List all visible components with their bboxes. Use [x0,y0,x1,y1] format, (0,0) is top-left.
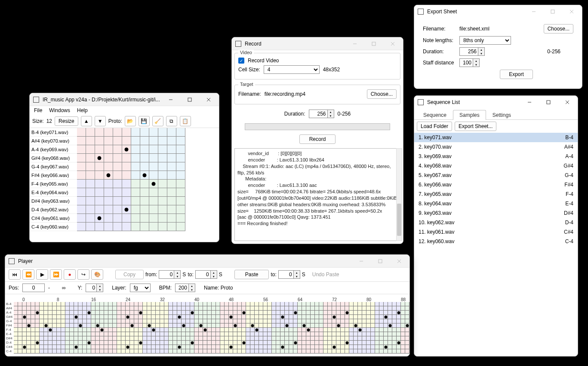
player-grid-cell[interactable] [199,319,203,323]
player-grid-cell[interactable] [177,319,182,323]
player-grid-cell[interactable] [22,336,27,341]
player-grid-cell[interactable] [139,345,143,349]
player-grid-cell[interactable] [233,349,237,354]
player-grid-cell[interactable] [268,302,272,306]
player-grid-cell[interactable] [130,319,134,323]
player-grid-cell[interactable] [177,328,182,332]
player-grid-cell[interactable] [65,315,70,319]
grid-cell[interactable] [113,205,122,214]
player-grid-cell[interactable] [14,315,18,319]
player-grid-cell[interactable] [113,315,117,319]
player-grid-cell[interactable] [388,341,392,345]
player-grid-cell[interactable] [83,319,87,323]
player-grid-cell[interactable] [78,323,83,328]
player-grid-cell[interactable] [315,332,319,336]
player-grid-cell[interactable] [319,323,323,328]
player-grid-cell[interactable] [134,302,139,306]
player-grid-cell[interactable] [95,336,100,341]
player-grid-cell[interactable] [31,306,35,311]
player-grid-cell[interactable] [104,332,108,336]
grid-cell[interactable] [176,137,185,145]
player-grid-cell[interactable] [18,328,22,332]
grid-cell[interactable] [149,197,158,205]
player-grid-cell[interactable] [315,315,319,319]
player-grid-cell[interactable] [319,315,323,319]
tab-samples[interactable]: Samples [453,110,486,120]
grid-cell[interactable] [140,145,149,154]
player-grid-cell[interactable] [229,311,233,315]
player-grid-cell[interactable] [65,349,70,354]
player-grid-cell[interactable] [255,319,259,323]
grid-cell[interactable] [167,188,176,197]
grid-cell[interactable] [95,171,104,180]
arrow-down-button[interactable]: ▼ [95,116,106,126]
player-grid-cell[interactable] [22,328,27,332]
player-grid-cell[interactable] [40,319,44,323]
player-grid-cell[interactable] [220,336,225,341]
player-grid-cell[interactable] [14,328,18,332]
player-grid-cell[interactable] [121,328,126,332]
player-grid-cell[interactable] [375,336,379,341]
player-grid-cell[interactable] [345,315,349,319]
player-grid-cell[interactable] [173,341,177,345]
player-grid-cell[interactable] [18,336,22,341]
player-grid-cell[interactable] [345,306,349,311]
player-grid-cell[interactable] [311,328,315,332]
player-grid-cell[interactable] [336,315,341,319]
player-grid-cell[interactable] [194,323,199,328]
grid-cell[interactable] [77,214,86,223]
player-grid-cell[interactable] [272,319,276,323]
player-grid-cell[interactable] [225,323,229,328]
player-grid-cell[interactable] [315,341,319,345]
grid-cell[interactable] [86,180,95,188]
player-grid-cell[interactable] [392,323,397,328]
sample-list-item[interactable]: 11. key061.wavC#4 [414,227,578,237]
player-grid-cell[interactable] [328,341,332,345]
player-grid-cell[interactable] [268,306,272,311]
player-grid-cell[interactable] [130,302,134,306]
player-grid-cell[interactable] [108,302,113,306]
maximize-button[interactable] [539,96,558,108]
close-button[interactable] [199,94,218,106]
player-grid-cell[interactable] [190,302,194,306]
player-grid-cell[interactable] [18,341,22,345]
player-grid-cell[interactable] [375,306,379,311]
player-grid-cell[interactable] [405,341,409,345]
player-grid-cell[interactable] [91,315,95,319]
player-grid-cell[interactable] [336,328,341,332]
player-grid-cell[interactable] [61,319,65,323]
player-grid-cell[interactable] [276,315,280,319]
player-grid-cell[interactable] [366,349,371,354]
player-grid-cell[interactable] [52,302,57,306]
player-grid-cell[interactable] [345,341,349,345]
player-grid-cell[interactable] [52,319,57,323]
player-grid-cell[interactable] [263,315,268,319]
player-grid-cell[interactable] [225,332,229,336]
player-grid-cell[interactable] [268,311,272,315]
player-grid-cell[interactable] [35,332,40,336]
player-grid-cell[interactable] [298,311,302,315]
player-grid-cell[interactable] [263,306,268,311]
from-spinner[interactable]: ▲▼ [159,270,181,279]
player-grid-cell[interactable] [332,332,336,336]
player-grid-cell[interactable] [83,306,87,311]
player-grid[interactable] [14,302,409,356]
player-grid-cell[interactable] [194,345,199,349]
sample-list-item[interactable]: 6. key066.wavF#4 [414,180,578,189]
player-grid-cell[interactable] [384,349,388,354]
player-grid-cell[interactable] [70,315,74,319]
player-grid-cell[interactable] [182,349,186,354]
player-grid-cell[interactable] [216,302,220,306]
grid-cell[interactable] [86,197,95,205]
grid-cell[interactable] [113,128,122,137]
player-grid-cell[interactable] [358,315,362,319]
player-grid-cell[interactable] [173,345,177,349]
grid-cell[interactable] [77,205,86,214]
player-grid-cell[interactable] [298,336,302,341]
player-grid-cell[interactable] [182,319,186,323]
player-grid-cell[interactable] [22,332,27,336]
player-grid-cell[interactable] [117,311,121,315]
player-grid-cell[interactable] [70,306,74,311]
player-grid-cell[interactable] [349,349,354,354]
player-grid-cell[interactable] [35,349,40,354]
